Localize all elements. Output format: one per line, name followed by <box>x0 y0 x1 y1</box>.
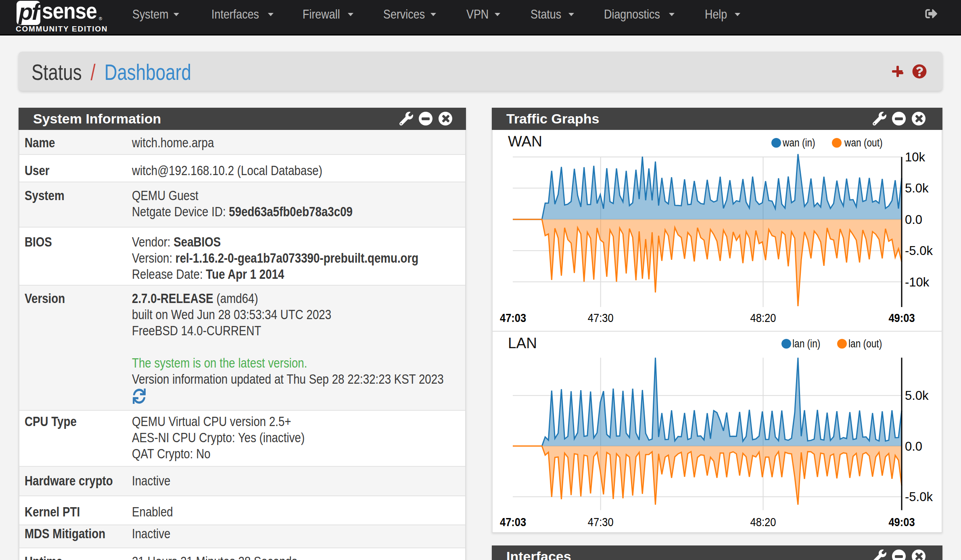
svg-text:5.0k: 5.0k <box>905 389 929 403</box>
svg-text:49:03: 49:03 <box>888 515 915 529</box>
svg-text:47:03: 47:03 <box>500 311 526 324</box>
svg-text:-5.0k: -5.0k <box>905 244 933 258</box>
svg-text:5.0k: 5.0k <box>905 181 929 195</box>
svg-text:47:30: 47:30 <box>588 311 614 324</box>
svg-text:-5.0k: -5.0k <box>905 490 933 504</box>
svg-text:10k: 10k <box>905 150 925 164</box>
svg-text:0.0: 0.0 <box>905 439 922 453</box>
svg-text:48:20: 48:20 <box>750 515 776 529</box>
svg-text:48:20: 48:20 <box>750 311 776 324</box>
svg-text:-10k: -10k <box>905 275 930 289</box>
svg-text:47:03: 47:03 <box>500 515 526 529</box>
svg-text:49:03: 49:03 <box>888 311 915 324</box>
svg-text:47:30: 47:30 <box>588 515 614 529</box>
svg-text:0.0: 0.0 <box>905 213 922 227</box>
